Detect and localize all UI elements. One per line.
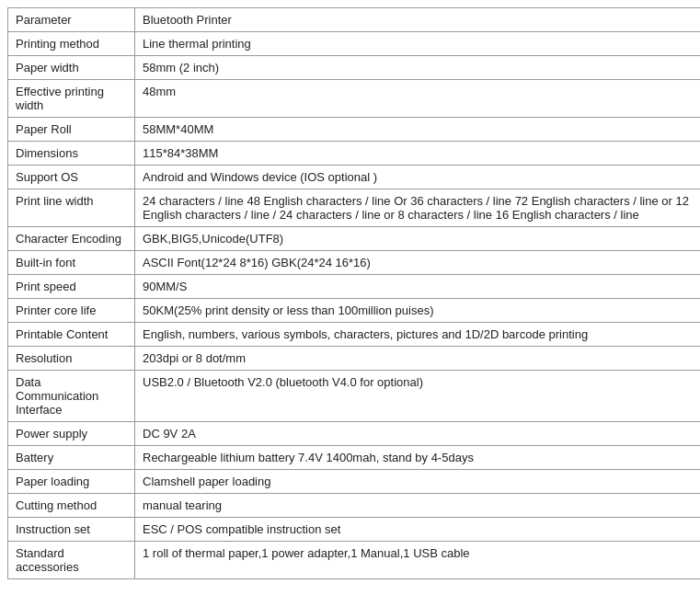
table-row: Paper Roll58MM*40MM — [8, 118, 701, 142]
param-label: Standard accessories — [8, 542, 135, 579]
table-row: Character EncodingGBK,BIG5,Unicode(UTF8) — [8, 227, 701, 251]
param-value: 115*84*38MM — [135, 142, 701, 166]
param-value: ASCII Font(12*24 8*16) GBK(24*24 16*16) — [135, 251, 701, 275]
param-label: Effective printing width — [8, 80, 135, 118]
param-label: Print speed — [8, 275, 135, 299]
param-label: Printable Content — [8, 323, 135, 347]
table-row: Resolution203dpi or 8 dot/mm — [8, 347, 701, 371]
table-row: Effective printing width48mm — [8, 80, 701, 118]
table-row: Printing methodLine thermal printing — [8, 32, 701, 56]
param-value: GBK,BIG5,Unicode(UTF8) — [135, 227, 701, 251]
param-label: Cutting method — [8, 494, 135, 518]
table-row: Built-in fontASCII Font(12*24 8*16) GBK(… — [8, 251, 701, 275]
param-value: 58MM*40MM — [135, 118, 701, 142]
param-value: 50KM(25% print density or less than 100m… — [135, 299, 701, 323]
param-value: 90MM/S — [135, 275, 701, 299]
param-label: Instruction set — [8, 518, 135, 542]
table-row: Power supplyDC 9V 2A — [8, 422, 701, 446]
param-value: Clamshell paper loading — [135, 470, 701, 494]
table-row: Support OSAndroid and Windows device (IO… — [8, 166, 701, 189]
table-row: Cutting methodmanual tearing — [8, 494, 701, 518]
param-label: Printer core life — [8, 299, 135, 323]
param-value: manual tearing — [135, 494, 701, 518]
table-row: Instruction setESC / POS compatible inst… — [8, 518, 701, 542]
param-value: 24 characters / line 48 English characte… — [135, 189, 701, 227]
table-row: Paper loadingClamshell paper loading — [8, 470, 701, 494]
param-value: Bluetooth Printer — [135, 8, 701, 32]
table-row: Data Communication InterfaceUSB2.0 / Blu… — [8, 371, 701, 422]
param-label: Resolution — [8, 347, 135, 371]
param-label: Parameter — [8, 8, 135, 32]
table-row: BatteryRechargeable lithium battery 7.4V… — [8, 446, 701, 470]
param-value: ESC / POS compatible instruction set — [135, 518, 701, 542]
param-value: 1 roll of thermal paper,1 power adapter,… — [135, 542, 701, 579]
param-label: Power supply — [8, 422, 135, 446]
param-value: 58mm (2 inch) — [135, 56, 701, 80]
param-label: Printing method — [8, 32, 135, 56]
table-row: ParameterBluetooth Printer — [8, 8, 701, 32]
param-label: Battery — [8, 446, 135, 470]
param-value: Android and Windows device (IOS optional… — [135, 166, 701, 189]
table-row: Print line width24 characters / line 48 … — [8, 189, 701, 227]
param-value: 203dpi or 8 dot/mm — [135, 347, 701, 371]
param-label: Support OS — [8, 166, 135, 189]
param-value: Rechargeable lithium battery 7.4V 1400ma… — [135, 446, 701, 470]
param-value: 48mm — [135, 80, 701, 118]
table-row: Dimensions115*84*38MM — [8, 142, 701, 166]
specs-table: ParameterBluetooth PrinterPrinting metho… — [7, 7, 700, 579]
param-label: Paper Roll — [8, 118, 135, 142]
param-label: Character Encoding — [8, 227, 135, 251]
table-row: Standard accessories1 roll of thermal pa… — [8, 542, 701, 579]
param-label: Paper loading — [8, 470, 135, 494]
param-label: Paper width — [8, 56, 135, 80]
param-label: Print line width — [8, 189, 135, 227]
param-label: Built-in font — [8, 251, 135, 275]
param-value: USB2.0 / Bluetooth V2.0 (bluetooth V4.0 … — [135, 371, 701, 422]
param-value: Line thermal printing — [135, 32, 701, 56]
param-value: English, numbers, various symbols, chara… — [135, 323, 701, 347]
param-label: Dimensions — [8, 142, 135, 166]
table-row: Printable ContentEnglish, numbers, vario… — [8, 323, 701, 347]
param-label: Data Communication Interface — [8, 371, 135, 422]
table-row: Paper width58mm (2 inch) — [8, 56, 701, 80]
param-value: DC 9V 2A — [135, 422, 701, 446]
table-row: Printer core life50KM(25% print density … — [8, 299, 701, 323]
table-row: Print speed90MM/S — [8, 275, 701, 299]
